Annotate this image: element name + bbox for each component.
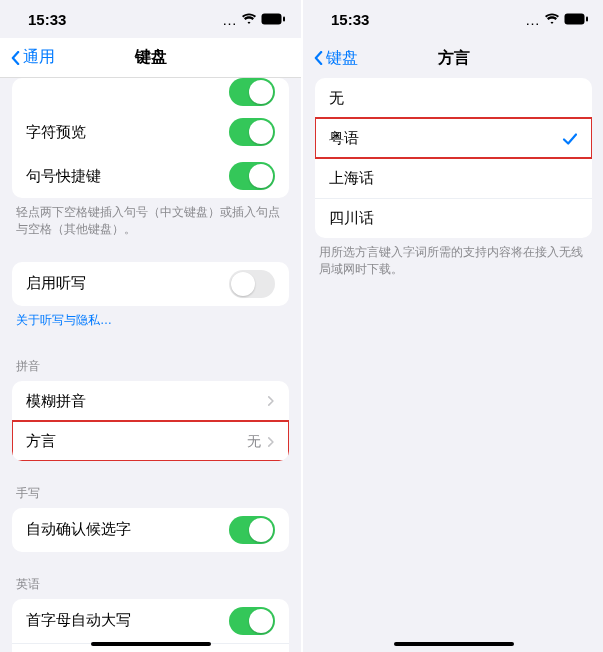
row-label: 无	[329, 89, 578, 108]
chevron-left-icon	[313, 51, 324, 65]
nav-row[interactable]: 模糊拼音	[12, 381, 289, 421]
section-header-handwrite: 手写	[0, 479, 301, 508]
back-label: 通用	[23, 47, 55, 68]
dialect-option[interactable]: 上海话	[315, 158, 592, 198]
dialect-option[interactable]: 粤语	[315, 118, 592, 158]
content-scroller[interactable]: 无粤语上海话四川话 用所选方言键入字词所需的支持内容将在接入无线局域网时下载。	[303, 78, 603, 652]
battery-icon	[564, 13, 588, 25]
chevron-left-icon	[10, 51, 21, 65]
wifi-icon	[241, 13, 257, 25]
toggle-switch[interactable]	[229, 162, 275, 190]
back-label: 键盘	[326, 48, 358, 69]
cellular-icon: …	[222, 11, 237, 28]
toggle-switch[interactable]	[229, 270, 275, 298]
setting-row: 首字母自动大写	[12, 599, 289, 643]
status-icons: …	[525, 11, 588, 28]
battery-icon	[261, 13, 285, 25]
cellular-icon: …	[525, 11, 540, 28]
navbar: 通用 键盘	[0, 38, 301, 78]
rows-dictation: 启用听写	[12, 262, 289, 306]
svg-rect-0	[262, 14, 282, 25]
back-button[interactable]: 键盘	[313, 48, 358, 69]
wifi-icon	[544, 13, 560, 25]
svg-rect-1	[283, 17, 285, 22]
setting-row	[12, 78, 289, 110]
checkmark-icon	[562, 131, 578, 147]
chevron-right-icon	[267, 436, 275, 448]
screen-keyboard-settings: 15:33 … 通用 键盘 字符预览句号快捷键 轻点两下空格键插入句号（中文键盘…	[0, 0, 301, 652]
section-header-pinyin: 拼音	[0, 352, 301, 381]
row-label: 启用听写	[26, 274, 229, 293]
navbar: 键盘 方言	[303, 38, 603, 78]
toggle-switch[interactable]	[229, 78, 275, 106]
status-bar: 15:33 …	[303, 0, 603, 38]
toggle-switch[interactable]	[229, 118, 275, 146]
toggle-switch[interactable]	[229, 516, 275, 544]
rows-switches-1: 字符预览句号快捷键	[12, 78, 289, 198]
row-label: 粤语	[329, 129, 562, 148]
chevron-right-icon	[267, 395, 275, 407]
setting-row: 自动确认候选字	[12, 508, 289, 552]
back-button[interactable]: 通用	[10, 47, 55, 68]
status-time: 15:33	[331, 11, 369, 28]
row-label: 首字母自动大写	[26, 611, 229, 630]
screen-dialect-select: 15:33 … 键盘 方言 无粤语上海话四川话 用所选方言键入字词所需的支持内容…	[303, 0, 603, 652]
rows-pinyin: 模糊拼音方言无	[12, 381, 289, 461]
content-scroller[interactable]: 字符预览句号快捷键 轻点两下空格键插入句号（中文键盘）或插入句点与空格（其他键盘…	[0, 78, 301, 652]
row-label: 自动确认候选字	[26, 520, 229, 539]
row-label: 上海话	[329, 169, 578, 188]
svg-rect-3	[586, 17, 588, 22]
svg-rect-2	[565, 14, 585, 25]
row-label: 字符预览	[26, 123, 229, 142]
status-icons: …	[222, 11, 285, 28]
setting-row: 句号快捷键	[12, 154, 289, 198]
toggle-switch[interactable]	[229, 607, 275, 635]
setting-row: 字符预览	[12, 110, 289, 154]
home-indicator	[394, 642, 514, 646]
row-label: 四川话	[329, 209, 578, 228]
footer-note: 轻点两下空格键插入句号（中文键盘）或插入句点与空格（其他键盘）。	[0, 198, 301, 244]
rows-dialects: 无粤语上海话四川话	[315, 78, 592, 238]
home-indicator	[91, 642, 211, 646]
row-label: 句号快捷键	[26, 167, 229, 186]
section-header-english: 英语	[0, 570, 301, 599]
row-value: 无	[247, 433, 261, 451]
dictation-privacy-link[interactable]: 关于听写与隐私…	[0, 306, 301, 335]
status-time: 15:33	[28, 11, 66, 28]
dictation-row: 启用听写	[12, 262, 289, 306]
row-label: 方言	[26, 432, 247, 451]
dialect-option[interactable]: 四川话	[315, 198, 592, 238]
dialect-option[interactable]: 无	[315, 78, 592, 118]
status-bar: 15:33 …	[0, 0, 301, 38]
row-label: 模糊拼音	[26, 392, 261, 411]
nav-row[interactable]: 方言无	[12, 421, 289, 461]
rows-handwrite: 自动确认候选字	[12, 508, 289, 552]
footer-note: 用所选方言键入字词所需的支持内容将在接入无线局域网时下载。	[303, 238, 603, 284]
